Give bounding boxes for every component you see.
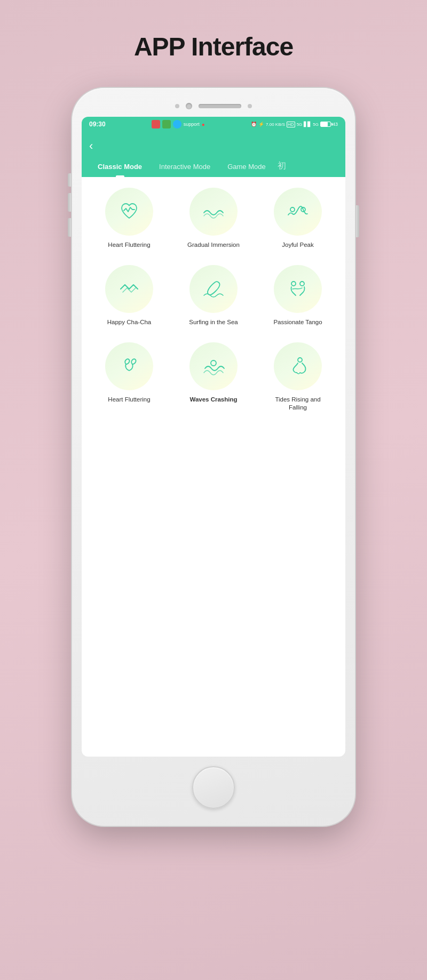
network-speed: 7.00 KB/S: [266, 122, 285, 127]
signal-bars: ▋▊: [304, 122, 311, 127]
icon-gradual-immersion-circle: [189, 188, 238, 236]
joyful-peak-icon: [284, 198, 312, 226]
signal-5g-2: 5G: [313, 122, 319, 127]
volume-down-button: [68, 218, 71, 237]
phone-screen: 09:30 support ● ⏰ ⚡ 7.00 KB/S HD 5G ▋▊ 5…: [82, 117, 345, 757]
icon-heart-fluttering-2-circle: [105, 342, 153, 390]
item-heart-fluttering-2[interactable]: Heart Fluttering: [97, 342, 161, 412]
item-heart-fluttering[interactable]: Heart Fluttering: [97, 188, 161, 249]
app-icon-2: [162, 120, 171, 128]
heart-fluttering-2-icon: [115, 352, 143, 380]
item-waves-crashing[interactable]: Waves Crashing: [181, 342, 246, 412]
dot-indicator: ●: [202, 122, 205, 127]
item-gradual-immersion[interactable]: Gradual Immersion: [181, 188, 246, 249]
front-sensor2: [248, 104, 252, 108]
happy-cha-cha-icon: [115, 275, 143, 303]
bottom-space: [82, 438, 345, 545]
bluetooth-icon: ⚡: [258, 122, 264, 127]
icon-tides-rising-circle: [274, 342, 322, 390]
icon-waves-crashing-circle: [189, 342, 238, 390]
label-joyful-peak: Joyful Peak: [282, 241, 313, 249]
surfing-sea-icon: [200, 275, 227, 303]
item-happy-cha-cha[interactable]: Happy Cha-Cha: [97, 265, 161, 326]
earpiece-speaker: [199, 104, 241, 108]
mute-button: [68, 173, 71, 187]
heart-fluttering-icon: [115, 198, 143, 226]
grid-row-1: Heart Fluttering Gradual Immersion: [87, 188, 340, 249]
svg-point-0: [290, 207, 295, 212]
status-time: 09:30: [89, 121, 106, 128]
tab-classic-mode[interactable]: Classic Mode: [89, 158, 151, 177]
app-icon-1: [152, 120, 160, 128]
side-buttons-left: [68, 173, 71, 237]
page-title: APP Interface: [134, 32, 293, 61]
phone-top-bar: [82, 98, 345, 117]
icon-joyful-peak-circle: [274, 188, 322, 236]
svg-point-2: [291, 282, 296, 286]
icon-passionate-tango-circle: [274, 265, 322, 313]
item-surfing-sea[interactable]: Surfing in the Sea: [181, 265, 246, 326]
svg-point-5: [298, 358, 302, 362]
tab-game-mode[interactable]: Game Mode: [219, 158, 274, 177]
app-icon-3: [173, 120, 181, 128]
front-camera: [186, 103, 192, 109]
item-passionate-tango[interactable]: Passionate Tango: [266, 265, 330, 326]
icon-surfing-sea-circle: [189, 265, 238, 313]
hd-badge: HD: [287, 122, 295, 127]
support-label: support: [184, 122, 200, 127]
item-tides-rising[interactable]: Tides Rising and Falling: [266, 342, 330, 412]
grid-row-3: Heart Fluttering Waves Crashing: [87, 342, 340, 412]
label-heart-fluttering: Heart Fluttering: [108, 241, 150, 249]
signal-5g-1: 5G: [297, 122, 303, 127]
label-tides-rising: Tides Rising and Falling: [266, 396, 330, 412]
passionate-tango-icon: [284, 275, 312, 303]
status-bar: 09:30 support ● ⏰ ⚡ 7.00 KB/S HD 5G ▋▊ 5…: [82, 117, 345, 132]
tabs-row: Classic Mode Interactive Mode Game Mode …: [89, 158, 338, 177]
label-heart-fluttering-2: Heart Fluttering: [108, 396, 150, 404]
phone-bottom: [82, 757, 345, 816]
battery-fill: [321, 122, 328, 126]
content-area: Heart Fluttering Gradual Immersion: [82, 177, 345, 438]
tab-more[interactable]: 初: [274, 158, 289, 177]
power-button: [356, 205, 359, 237]
app-header: ‹ Classic Mode Interactive Mode Game Mod…: [82, 132, 345, 177]
battery-icon: [320, 122, 331, 127]
back-button[interactable]: ‹: [89, 137, 93, 155]
volume-up-button: [68, 193, 71, 212]
front-sensor: [175, 104, 179, 108]
icon-heart-fluttering-circle: [105, 188, 153, 236]
alarm-icon: ⏰: [251, 122, 257, 127]
grid-row-2: Happy Cha-Cha Surfing in the Sea: [87, 265, 340, 326]
battery-level: 43: [333, 122, 338, 127]
label-gradual-immersion: Gradual Immersion: [187, 241, 240, 249]
side-button-right: [356, 205, 359, 237]
item-joyful-peak[interactable]: Joyful Peak: [266, 188, 330, 249]
label-passionate-tango: Passionate Tango: [273, 318, 322, 326]
tab-interactive-mode[interactable]: Interactive Mode: [151, 158, 219, 177]
svg-point-4: [211, 360, 216, 366]
icon-happy-cha-cha-circle: [105, 265, 153, 313]
waves-crashing-icon: [200, 352, 227, 380]
status-right-icons: ⏰ ⚡ 7.00 KB/S HD 5G ▋▊ 5G 43: [251, 122, 338, 127]
label-happy-cha-cha: Happy Cha-Cha: [107, 318, 151, 326]
status-app-icons: support ●: [152, 120, 205, 128]
home-button[interactable]: [192, 766, 235, 809]
label-surfing-sea: Surfing in the Sea: [189, 318, 238, 326]
label-waves-crashing: Waves Crashing: [189, 396, 237, 404]
tides-rising-icon: [284, 352, 312, 380]
svg-point-3: [300, 282, 304, 286]
phone-mockup: 09:30 support ● ⏰ ⚡ 7.00 KB/S HD 5G ▋▊ 5…: [72, 88, 355, 826]
gradual-immersion-icon: [200, 198, 227, 226]
